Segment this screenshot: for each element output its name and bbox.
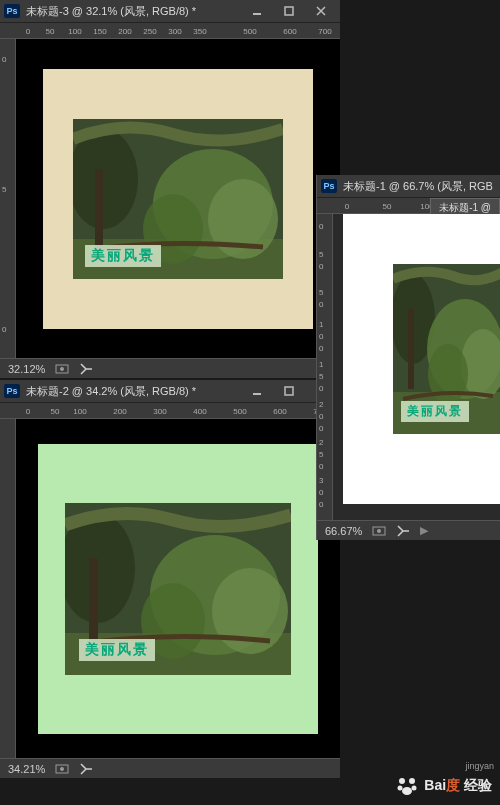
titlebar[interactable]: Ps 未标题-3 @ 32.1% (风景, RGB/8) *	[0, 0, 340, 23]
zoom-level[interactable]: 66.67%	[325, 525, 362, 537]
share-icon[interactable]	[396, 524, 410, 538]
ruler-tick: 0	[319, 222, 323, 231]
ruler-tick: 400	[193, 407, 206, 416]
ruler-tick: 3	[319, 476, 323, 485]
ruler-tick: 5	[319, 250, 323, 259]
info-icon[interactable]	[55, 762, 69, 776]
document-window-3: Ps 未标题-3 @ 32.1% (风景, RGB/8) * 0 50 100 …	[0, 0, 340, 378]
canvas-viewport[interactable]: 美丽风景	[16, 39, 340, 358]
svg-point-34	[412, 786, 417, 791]
ruler-tick: 200	[118, 27, 131, 36]
ruler-tick: 150	[93, 27, 106, 36]
ruler-tick: 50	[51, 407, 60, 416]
document-title: 未标题-3 @ 32.1% (风景, RGB/8) *	[26, 4, 236, 19]
ruler-tick: 600	[283, 27, 296, 36]
ruler-tick: 5	[319, 288, 323, 297]
ps-icon: Ps	[4, 384, 20, 398]
ruler-tick: 1	[319, 360, 323, 369]
text-overlay[interactable]: 美丽风景	[85, 245, 161, 267]
ruler-tick: 0	[26, 27, 30, 36]
svg-rect-12	[285, 387, 293, 395]
ruler-tick: 100	[73, 407, 86, 416]
svg-point-33	[398, 786, 403, 791]
ruler-tick: 350	[193, 27, 206, 36]
ruler-horizontal[interactable]: 0 50 100 未标题-1 @	[317, 198, 500, 214]
url-watermark: jingyan	[465, 761, 494, 771]
ruler-tick: 250	[143, 27, 156, 36]
ruler-tick: 0	[319, 488, 323, 497]
ruler-tick: 2	[319, 438, 323, 447]
close-button[interactable]	[306, 2, 336, 20]
ruler-tick: 0	[319, 300, 323, 309]
titlebar[interactable]: Ps 未标题-1 @ 66.7% (风景, RGB	[317, 175, 500, 198]
text-overlay[interactable]: 美丽风景	[401, 401, 469, 422]
document-title: 未标题-2 @ 34.2% (风景, RGB/8) *	[26, 384, 236, 399]
paw-icon	[396, 775, 418, 797]
ruler-horizontal[interactable]: 0 50 100 200 300 400 500 600 700	[0, 403, 340, 419]
zoom-level[interactable]: 32.12%	[8, 363, 45, 375]
ruler-tick: 5	[319, 372, 323, 381]
ruler-tick: 5	[2, 185, 6, 194]
status-bar: 32.12%	[0, 358, 340, 378]
svg-rect-0	[253, 13, 261, 15]
canvas[interactable]: 美丽风景	[343, 214, 500, 504]
canvas-viewport[interactable]: 美丽风景	[16, 419, 340, 758]
ruler-tick: 200	[113, 407, 126, 416]
brand-text: Bai	[424, 777, 446, 793]
maximize-button[interactable]	[274, 2, 304, 20]
svg-rect-11	[253, 393, 261, 395]
ruler-tick: 0	[319, 462, 323, 471]
info-icon[interactable]	[55, 362, 69, 376]
svg-rect-1	[285, 7, 293, 15]
document-window-1: Ps 未标题-1 @ 66.7% (风景, RGB 0 50 100 未标题-1…	[316, 175, 500, 540]
ruler-tick: 2	[319, 400, 323, 409]
ruler-tick: 100	[68, 27, 81, 36]
titlebar[interactable]: Ps 未标题-2 @ 34.2% (风景, RGB/8) *	[0, 380, 340, 403]
canvas[interactable]: 美丽风景	[43, 69, 313, 329]
baidu-watermark: Bai度 经验	[396, 775, 492, 797]
canvas[interactable]: 美丽风景	[38, 444, 318, 734]
ruler-tick: 5	[319, 450, 323, 459]
info-icon[interactable]	[372, 524, 386, 538]
ruler-tick: 1	[319, 320, 323, 329]
ruler-vertical[interactable]: 0 5 0 5 0 1 0 0 1 5 0 2 0 0 2 5 0 3 0 0	[317, 214, 333, 520]
ruler-tick: 300	[153, 407, 166, 416]
ps-icon: Ps	[321, 179, 337, 193]
ruler-tick: 600	[273, 407, 286, 416]
ruler-tick: 0	[319, 344, 323, 353]
brand-sub: 经验	[464, 777, 492, 793]
svg-point-10	[60, 367, 64, 371]
ruler-horizontal[interactable]: 0 50 100 150 200 250 300 350 500 600 700	[0, 23, 340, 39]
ruler-tick: 0	[2, 325, 6, 334]
ruler-vertical[interactable]: 0 5 0	[0, 39, 16, 358]
ruler-vertical[interactable]	[0, 419, 16, 758]
svg-point-30	[377, 529, 381, 533]
document-title: 未标题-1 @ 66.7% (风景, RGB	[343, 179, 496, 194]
ruler-tick: 700	[318, 27, 331, 36]
image-layer[interactable]: 美丽风景	[73, 119, 283, 279]
maximize-button[interactable]	[274, 382, 304, 400]
svg-rect-16	[89, 558, 98, 643]
minimize-button[interactable]	[242, 2, 272, 20]
ruler-tick: 300	[168, 27, 181, 36]
ruler-tick: 0	[319, 412, 323, 421]
ps-icon: Ps	[4, 4, 20, 18]
canvas-viewport[interactable]: 美丽风景	[333, 214, 500, 520]
ruler-tick: 0	[319, 500, 323, 509]
ruler-tick: 0	[319, 384, 323, 393]
ruler-tick: 500	[233, 407, 246, 416]
share-icon[interactable]	[79, 362, 93, 376]
text-overlay[interactable]: 美丽风景	[79, 639, 155, 661]
status-bar: 34.21%	[0, 758, 340, 778]
document-window-2: Ps 未标题-2 @ 34.2% (风景, RGB/8) * 0 50 100 …	[0, 380, 340, 778]
image-layer[interactable]: 美丽风景	[65, 503, 291, 675]
minimize-button[interactable]	[242, 382, 272, 400]
zoom-level[interactable]: 34.21%	[8, 763, 45, 775]
ruler-tick: 0	[319, 332, 323, 341]
image-layer[interactable]: 美丽风景	[393, 264, 500, 434]
svg-point-35	[402, 787, 412, 795]
svg-point-31	[399, 778, 405, 784]
share-icon[interactable]	[79, 762, 93, 776]
svg-point-32	[409, 778, 415, 784]
svg-point-21	[60, 767, 64, 771]
